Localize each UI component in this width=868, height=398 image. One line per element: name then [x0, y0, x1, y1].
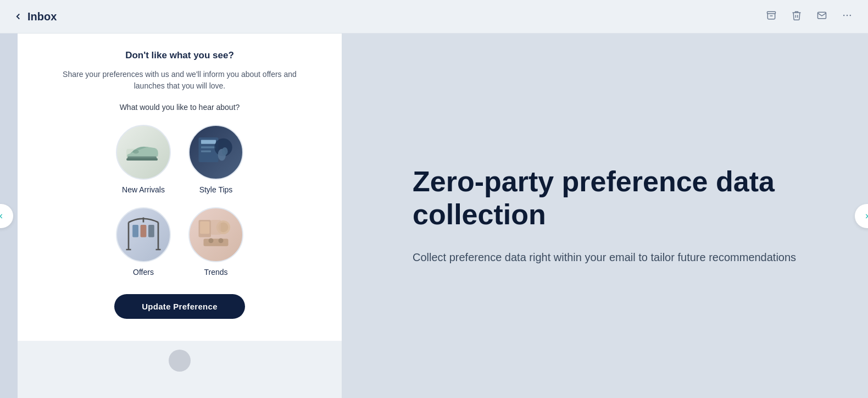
right-panel: Zero-party preference data collection Co…: [342, 34, 868, 398]
svg-rect-9: [126, 158, 158, 160]
svg-rect-24: [148, 225, 154, 237]
trash-icon[interactable]: [789, 8, 804, 25]
right-heading: Zero-party preference data collection: [413, 165, 797, 231]
svg-point-3: [843, 15, 845, 16]
offers-image: [116, 207, 171, 262]
svg-rect-22: [132, 225, 138, 237]
svg-point-32: [219, 238, 224, 243]
category-style-tips[interactable]: Style Tips: [188, 125, 243, 194]
trends-label: Trends: [204, 268, 227, 277]
svg-rect-23: [141, 225, 147, 237]
update-preference-button[interactable]: Update Preference: [114, 294, 245, 319]
svg-rect-12: [201, 146, 216, 148]
email-content: Don't like what you see? Share your pref…: [18, 34, 342, 341]
category-grid: New Arrivals: [116, 125, 243, 277]
inbox-title: Inbox: [27, 10, 57, 23]
archive-icon[interactable]: [764, 8, 779, 25]
email-heading: Don't like what you see?: [125, 50, 234, 61]
category-trends[interactable]: Trends: [188, 207, 243, 277]
main-content: ‹ Don't like what you see? Share your pr…: [0, 34, 868, 398]
svg-rect-30: [211, 220, 221, 235]
svg-rect-29: [204, 239, 229, 246]
offers-label: Offers: [133, 268, 154, 277]
style-tips-image: [188, 125, 243, 180]
new-arrivals-label: New Arrivals: [122, 185, 165, 194]
right-subtext: Collect preference data right within you…: [413, 248, 797, 266]
category-new-arrivals[interactable]: New Arrivals: [116, 125, 171, 194]
svg-rect-13: [201, 150, 211, 152]
more-icon[interactable]: [839, 8, 855, 25]
svg-point-16: [222, 147, 228, 155]
category-offers[interactable]: Offers: [116, 207, 171, 277]
prev-arrow[interactable]: ‹: [0, 204, 13, 228]
svg-point-4: [847, 15, 848, 16]
next-arrow[interactable]: ›: [855, 204, 868, 228]
email-question: What would you like to hear about?: [120, 103, 240, 112]
svg-point-5: [850, 15, 852, 16]
trends-image: [188, 207, 243, 262]
left-sidebar: ‹: [0, 34, 18, 398]
svg-rect-11: [201, 140, 216, 144]
new-arrivals-image: [116, 125, 171, 180]
svg-point-31: [209, 238, 214, 243]
style-tips-label: Style Tips: [199, 185, 233, 194]
scroll-indicator: [169, 350, 191, 372]
email-subtext: Share your preferences with us and we'll…: [51, 69, 309, 92]
email-panel: Don't like what you see? Share your pref…: [18, 34, 342, 398]
svg-rect-26: [200, 222, 209, 234]
mail-icon[interactable]: [814, 8, 830, 25]
svg-rect-0: [767, 12, 776, 13]
toolbar: Inbox: [0, 0, 868, 34]
svg-point-7: [133, 150, 139, 153]
back-button[interactable]: Inbox: [13, 10, 57, 23]
right-content: Zero-party preference data collection Co…: [413, 165, 797, 267]
